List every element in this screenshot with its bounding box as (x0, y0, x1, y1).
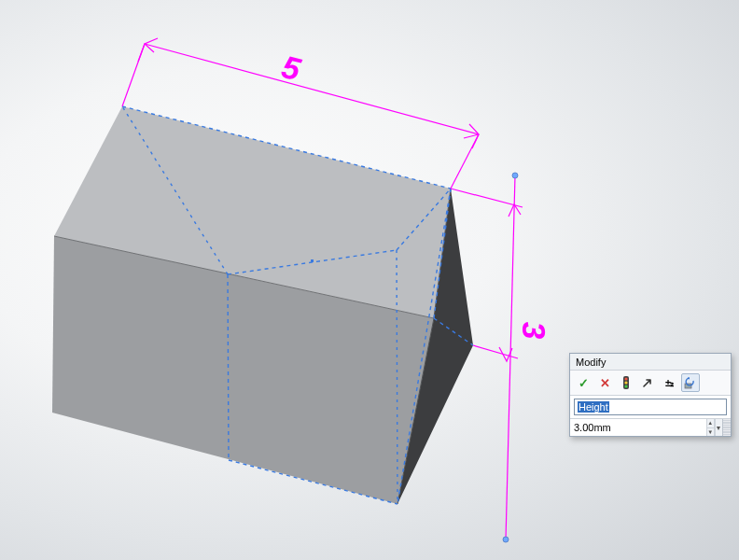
accept-button[interactable]: ✓ (574, 373, 593, 392)
value-dropdown-button[interactable]: ▼ (715, 419, 722, 436)
dimension-name-row: Height (570, 396, 731, 418)
dimension-name-input[interactable]: Height (574, 399, 727, 415)
modify-dialog-title: Modify (570, 354, 731, 371)
cancel-button[interactable]: ✕ (595, 373, 614, 392)
dimension-value-input[interactable] (570, 419, 707, 436)
reverse-button[interactable] (638, 373, 657, 392)
svg-line-16 (472, 134, 479, 148)
value-thumbwheel[interactable] (722, 419, 731, 436)
spin-up-icon: ▲ (707, 419, 714, 428)
traffic-light-icon (619, 375, 634, 390)
rebuild-button[interactable] (617, 373, 635, 392)
svg-point-21 (503, 537, 509, 542)
svg-point-23 (624, 377, 627, 380)
arrow-ne-icon (640, 375, 655, 390)
svg-line-15 (138, 44, 145, 62)
value-spinner[interactable]: ▲ ▼ (707, 419, 715, 436)
svg-line-17 (451, 189, 523, 207)
svg-point-24 (624, 381, 627, 384)
mark-dimension-button[interactable] (681, 373, 700, 392)
spin-down-icon: ▼ (707, 428, 714, 437)
modify-dialog: Modify ✓ ✕ ±₂ Height (569, 353, 732, 437)
model-viewport[interactable]: 5 3 (0, 0, 739, 560)
dimension-value-row: ▲ ▼ ▼ (570, 418, 731, 436)
svg-point-20 (512, 173, 518, 178)
dimension-length-value[interactable]: 5 (278, 49, 305, 88)
svg-rect-11 (311, 259, 314, 262)
modify-toolbar: ✓ ✕ ±₂ (570, 371, 731, 396)
svg-point-25 (624, 385, 627, 387)
dimension-height-value[interactable]: 3 (516, 321, 552, 340)
sketch-midpoint-markers (311, 259, 314, 262)
dimension-mark-icon (683, 375, 698, 390)
spin-increment-button[interactable]: ±₂ (660, 373, 678, 392)
svg-line-14 (145, 44, 479, 134)
